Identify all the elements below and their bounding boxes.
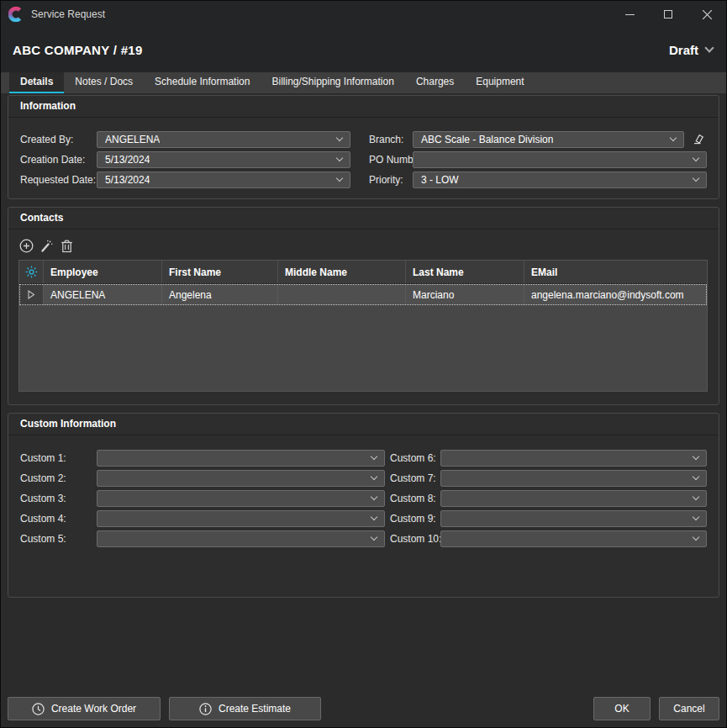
window-controls <box>610 1 726 28</box>
custom-9-combobox[interactable] <box>440 510 707 527</box>
ok-button[interactable]: OK <box>593 697 651 720</box>
branch-combobox[interactable]: ABC Scale - Balance Division <box>413 131 684 148</box>
chevron-down-icon <box>704 43 714 52</box>
custom-6-label: Custom 6: <box>390 452 440 464</box>
chevron-down-icon <box>693 175 699 182</box>
app-logo-icon <box>8 6 24 23</box>
magic-wand-icon <box>40 239 54 253</box>
close-button[interactable] <box>687 1 726 28</box>
priority-label: Priority: <box>369 174 413 186</box>
contacts-grid: Employee First Name Middle Name Last Nam… <box>18 260 708 392</box>
custom-4-label: Custom 4: <box>20 513 97 525</box>
tab-bar: Details Notes / Docs Schedule Informatio… <box>1 72 726 93</box>
tab-details[interactable]: Details <box>9 72 64 93</box>
information-panel-title: Information <box>8 96 719 118</box>
cell-email[interactable]: angelena.marciano@indysoft.com <box>524 284 707 305</box>
window-title: Service Request <box>31 8 105 20</box>
created-by-label: Created By: <box>20 134 97 145</box>
chevron-down-icon <box>336 155 343 161</box>
contacts-panel: Contacts <box>8 207 719 405</box>
ok-label: OK <box>614 703 629 715</box>
requested-date-label: Requested Date: <box>20 174 97 186</box>
chevron-down-icon <box>371 453 377 460</box>
po-number-combobox[interactable] <box>413 151 707 168</box>
column-header-employee[interactable]: Employee <box>44 261 162 283</box>
custom-2-label: Custom 2: <box>20 472 97 484</box>
grid-options-cell[interactable] <box>19 261 44 283</box>
custom-5-label: Custom 5: <box>20 533 97 545</box>
tab-notes-docs[interactable]: Notes / Docs <box>64 72 144 93</box>
custom-1-combobox[interactable] <box>97 450 385 467</box>
info-icon <box>199 703 212 715</box>
chevron-down-icon <box>371 473 377 480</box>
custom-9-label: Custom 9: <box>390 513 440 525</box>
cell-last-name[interactable]: Marciano <box>406 284 524 305</box>
requested-date-combobox[interactable]: 5/13/2024 <box>97 171 350 188</box>
details-tab-content: Information Created By: ANGELENA Branch:… <box>1 93 726 598</box>
service-request-window: Service Request ABC COMPANY / #19 Draft … <box>0 0 727 728</box>
custom-1-label: Custom 1: <box>20 452 97 464</box>
column-header-first-name[interactable]: First Name <box>162 261 278 283</box>
status-badge: Draft <box>669 43 698 57</box>
record-header: ABC COMPANY / #19 Draft <box>1 28 726 72</box>
create-work-order-button[interactable]: Create Work Order <box>8 697 161 720</box>
creation-date-value: 5/13/2024 <box>105 154 150 166</box>
minimize-button[interactable] <box>610 1 649 28</box>
page-title: ABC COMPANY / #19 <box>13 43 143 57</box>
created-by-combobox[interactable]: ANGELENA <box>97 131 350 148</box>
titlebar: Service Request <box>1 1 726 28</box>
cell-first-name[interactable]: Angelena <box>162 284 278 305</box>
column-header-email[interactable]: EMail <box>524 261 707 283</box>
priority-combobox[interactable]: 3 - LOW <box>413 171 707 188</box>
clear-branch-button[interactable] <box>688 130 707 149</box>
maximize-button[interactable] <box>649 1 687 28</box>
status-dropdown[interactable]: Draft <box>669 43 713 57</box>
custom-information-panel-title: Custom Information <box>8 414 719 435</box>
create-estimate-button[interactable]: Create Estimate <box>169 697 321 720</box>
custom-7-combobox[interactable] <box>440 470 707 487</box>
create-estimate-label: Create Estimate <box>219 703 291 715</box>
create-work-order-label: Create Work Order <box>51 703 136 715</box>
cell-employee[interactable]: ANGELENA <box>44 284 162 305</box>
chevron-down-icon <box>336 135 343 141</box>
custom-3-combobox[interactable] <box>97 490 385 507</box>
contact-row[interactable]: ANGELENA Angelena Marciano angelena.marc… <box>19 284 707 305</box>
chevron-down-icon <box>693 155 699 161</box>
column-header-middle-name[interactable]: Middle Name <box>278 261 406 283</box>
custom-6-combobox[interactable] <box>440 450 707 467</box>
created-by-value: ANGELENA <box>105 134 160 145</box>
row-expand-cell[interactable] <box>19 284 44 305</box>
tab-equipment[interactable]: Equipment <box>465 72 535 93</box>
creation-date-label: Creation Date: <box>20 154 97 166</box>
chevron-down-icon <box>371 534 377 541</box>
clock-icon <box>32 703 45 715</box>
branch-label: Branch: <box>369 134 413 145</box>
custom-10-combobox[interactable] <box>440 530 707 547</box>
custom-information-panel: Custom Information Custom 1: Custom 6: <box>8 413 719 598</box>
cell-middle-name[interactable] <box>278 284 406 305</box>
contact-wizard-button[interactable] <box>40 239 54 253</box>
eraser-icon <box>691 132 705 146</box>
expand-arrow-icon <box>28 290 35 299</box>
custom-8-combobox[interactable] <box>440 490 707 507</box>
tab-charges[interactable]: Charges <box>405 72 465 93</box>
custom-7-label: Custom 7: <box>390 472 440 484</box>
delete-contact-button[interactable] <box>60 239 74 253</box>
custom-4-combobox[interactable] <box>97 510 385 527</box>
chevron-down-icon <box>693 534 699 541</box>
custom-2-combobox[interactable] <box>97 470 385 487</box>
column-header-last-name[interactable]: Last Name <box>406 261 524 283</box>
priority-value: 3 - LOW <box>421 174 459 186</box>
custom-10-label: Custom 10: <box>390 533 440 545</box>
tab-billing-shipping-information[interactable]: Billing/Shipping Information <box>261 72 404 93</box>
po-number-label: PO Number: <box>369 154 413 166</box>
contacts-grid-header: Employee First Name Middle Name Last Nam… <box>19 261 707 284</box>
cancel-button[interactable]: Cancel <box>659 697 719 720</box>
circle-plus-icon <box>19 239 34 253</box>
chevron-down-icon <box>693 514 699 520</box>
contacts-panel-title: Contacts <box>8 208 719 229</box>
creation-date-combobox[interactable]: 5/13/2024 <box>97 151 350 168</box>
custom-5-combobox[interactable] <box>97 530 385 547</box>
tab-schedule-information[interactable]: Schedule Information <box>144 72 261 93</box>
add-contact-button[interactable] <box>19 239 34 253</box>
